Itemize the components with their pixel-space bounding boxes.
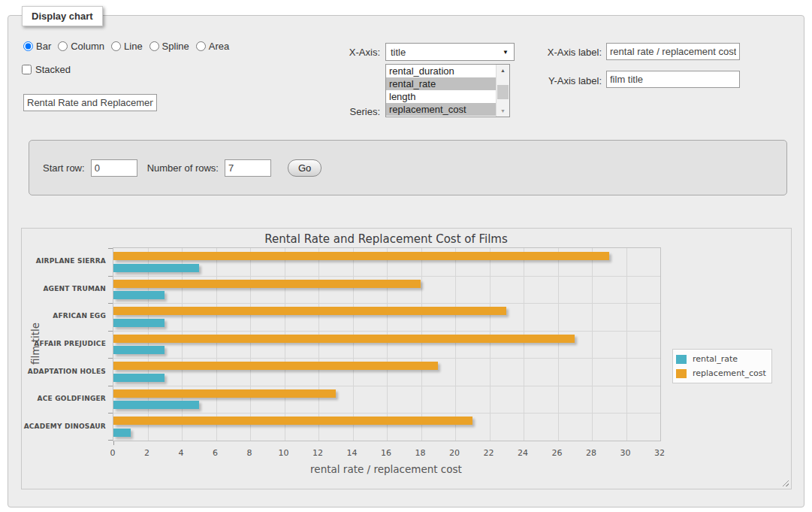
gridline-horizontal <box>113 276 660 277</box>
chart-type-radio-line[interactable] <box>111 41 121 51</box>
gridline-vertical <box>148 248 149 441</box>
bar-rental_rate <box>113 401 199 409</box>
listbox-scrollbar[interactable]: ▲ ▼ <box>496 65 509 117</box>
chart-type-option-label: Area <box>209 41 229 52</box>
legend-label: rental_rate <box>693 354 738 364</box>
gridline-vertical <box>387 248 388 441</box>
series-option-replacement_cost[interactable]: replacement_cost <box>386 103 497 116</box>
x-tick-label: 30 <box>611 448 641 458</box>
y-axis-tick-mark <box>108 331 113 332</box>
x-tick-label: 10 <box>269 448 299 458</box>
y-axis-tick-mark <box>108 386 113 386</box>
num-rows-label: Number of rows: <box>147 162 219 174</box>
display-chart-panel: Display chart BarColumnLineSplineArea St… <box>8 15 804 507</box>
gridline-vertical <box>592 248 593 441</box>
gridline-horizontal <box>113 358 660 359</box>
x-tick-label: 20 <box>439 448 469 458</box>
bar-rental_rate <box>113 429 131 437</box>
stacked-checkbox[interactable] <box>22 65 32 74</box>
chart-type-option-label: Column <box>71 41 104 52</box>
resize-grip-icon[interactable] <box>780 478 789 486</box>
start-row-label: Start row: <box>43 162 85 174</box>
bar-rental_rate <box>113 264 199 272</box>
series-listbox[interactable]: rental_durationrental_ratelengthreplacem… <box>385 64 510 117</box>
y-axis-tick-mark <box>108 358 113 359</box>
y-category-label: AIRPLANE SIERRA <box>23 247 106 275</box>
x-axis-zero-tick <box>113 441 114 445</box>
gridline-vertical <box>182 248 183 441</box>
y-axis-tick-mark <box>108 276 113 277</box>
legend-item: rental_rate <box>676 352 766 366</box>
series-select-label: Series: <box>324 106 380 117</box>
x-axis-label-input[interactable] <box>606 43 740 60</box>
y-axis-tick-mark <box>108 413 113 414</box>
stacked-option[interactable]: Stacked <box>22 64 71 75</box>
chart-legend: rental_ratereplacement_cost <box>672 349 772 383</box>
x-tick-label: 32 <box>644 448 675 458</box>
gridline-vertical <box>216 248 217 441</box>
series-option-rental_duration[interactable]: rental_duration <box>386 65 497 77</box>
x-tick-label: 12 <box>303 448 333 458</box>
x-axis-label-label: X-Axis label: <box>489 47 602 58</box>
scroll-down-icon[interactable]: ▼ <box>497 105 509 117</box>
x-tick-label: 28 <box>576 448 606 458</box>
gridline-horizontal <box>113 413 660 414</box>
bar-rental_rate <box>113 374 165 382</box>
row-range-panel: Start row: Number of rows: Go <box>29 140 787 195</box>
stacked-label: Stacked <box>35 64 71 75</box>
chart-type-option-bar[interactable]: Bar <box>23 41 51 52</box>
bar-replacement_cost <box>113 389 336 398</box>
chart-type-radio-column[interactable] <box>58 41 68 51</box>
bar-rental_rate <box>113 346 165 354</box>
y-axis-label-input[interactable] <box>606 71 740 88</box>
y-axis-tick-mark <box>108 440 113 441</box>
start-row-input[interactable] <box>91 159 137 177</box>
chart-type-radio-area[interactable] <box>196 41 206 51</box>
bar-replacement_cost <box>113 417 472 425</box>
gridline-vertical <box>490 248 491 441</box>
y-axis-tick-mark <box>108 248 113 249</box>
num-rows-input[interactable] <box>225 159 271 177</box>
chart-type-option-label: Bar <box>36 41 51 52</box>
gridline-vertical <box>626 248 627 441</box>
go-button[interactable]: Go <box>288 159 321 177</box>
scroll-up-icon[interactable]: ▲ <box>497 65 509 76</box>
bar-replacement_cost <box>113 335 575 343</box>
chart-x-axis-title: rental rate / replacement cost <box>113 463 660 475</box>
chart-type-option-spline[interactable]: Spline <box>149 41 189 52</box>
panel-title: Display chart <box>22 6 103 26</box>
x-tick-label: 14 <box>337 448 367 458</box>
chart-title-input[interactable] <box>23 94 157 111</box>
gridline-vertical <box>250 248 251 441</box>
chart-type-option-column[interactable]: Column <box>58 41 104 52</box>
series-option-rental_rate[interactable]: rental_rate <box>386 77 497 90</box>
gridline-horizontal <box>113 331 660 332</box>
series-option-length[interactable]: length <box>386 90 497 103</box>
scrollbar-thumb[interactable] <box>497 85 509 99</box>
gridline-horizontal <box>113 386 660 386</box>
x-tick-label: 8 <box>234 448 264 458</box>
legend-swatch-rental_rate <box>676 355 687 364</box>
gridline-vertical <box>285 248 285 441</box>
chart-type-option-label: Line <box>124 41 143 52</box>
x-tick-label: 22 <box>474 448 504 458</box>
y-category-label: ACADEMY DINOSAUR <box>23 412 106 440</box>
y-axis-label-label: Y-Axis label: <box>489 75 602 86</box>
legend-label: replacement_cost <box>693 368 766 378</box>
chart-type-radio-bar[interactable] <box>23 41 33 51</box>
legend-swatch-replacement_cost <box>676 369 687 378</box>
x-tick-label: 2 <box>132 448 162 458</box>
x-tick-label: 0 <box>98 448 128 458</box>
gridline-vertical <box>524 248 524 441</box>
chart-type-option-area[interactable]: Area <box>196 41 229 52</box>
chart-type-radio-spline[interactable] <box>149 41 159 51</box>
y-category-label: ADAPTATION HOLES <box>23 357 106 385</box>
bar-replacement_cost <box>113 280 421 288</box>
bar-rental_rate <box>113 291 165 299</box>
bar-replacement_cost <box>113 362 438 370</box>
x-axis-select-label: X-Axis: <box>324 47 380 58</box>
y-category-label: ACE GOLDFINGER <box>23 385 106 413</box>
chart-container: Rental Rate and Replacement Cost of Film… <box>21 228 792 489</box>
chart-type-option-line[interactable]: Line <box>111 41 143 52</box>
y-axis-tick-mark <box>108 303 113 304</box>
